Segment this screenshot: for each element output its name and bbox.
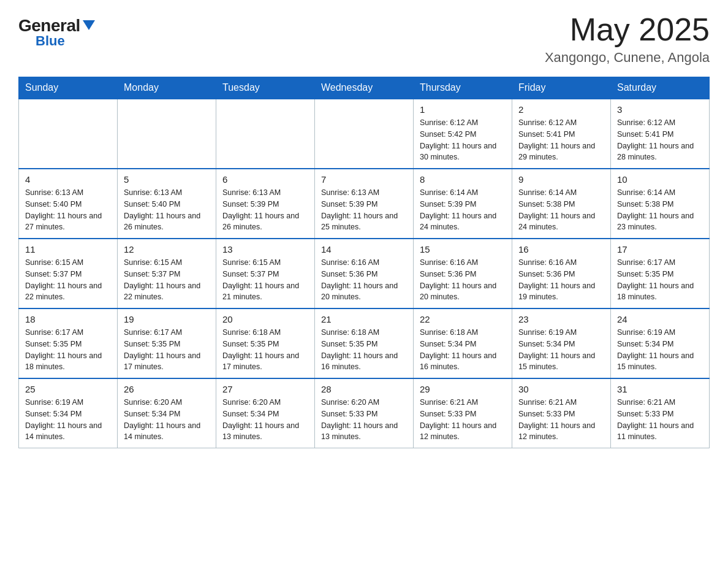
day-info-text: Sunrise: 6:16 AMSunset: 5:36 PMDaylight:… — [518, 257, 604, 303]
calendar-cell: 18Sunrise: 6:17 AMSunset: 5:35 PMDayligh… — [19, 308, 118, 378]
day-info-text: Sunrise: 6:17 AMSunset: 5:35 PMDaylight:… — [617, 257, 703, 303]
day-info-text: Sunrise: 6:12 AMSunset: 5:41 PMDaylight:… — [518, 117, 604, 163]
day-of-week-header: Saturday — [611, 77, 710, 99]
day-number: 25 — [25, 384, 111, 394]
calendar-cell: 4Sunrise: 6:13 AMSunset: 5:40 PMDaylight… — [19, 169, 118, 239]
calendar-cell: 19Sunrise: 6:17 AMSunset: 5:35 PMDayligh… — [118, 308, 216, 378]
calendar-cell: 24Sunrise: 6:19 AMSunset: 5:34 PMDayligh… — [611, 308, 710, 378]
day-info-text: Sunrise: 6:18 AMSunset: 5:35 PMDaylight:… — [321, 327, 407, 373]
day-number: 8 — [420, 174, 506, 185]
day-info-text: Sunrise: 6:20 AMSunset: 5:33 PMDaylight:… — [321, 397, 407, 443]
day-number: 22 — [420, 314, 506, 324]
day-info-text: Sunrise: 6:14 AMSunset: 5:38 PMDaylight:… — [617, 187, 703, 233]
day-number: 31 — [617, 384, 703, 394]
calendar-cell: 1Sunrise: 6:12 AMSunset: 5:42 PMDaylight… — [414, 99, 512, 169]
day-number: 17 — [617, 244, 703, 255]
day-info-text: Sunrise: 6:17 AMSunset: 5:35 PMDaylight:… — [124, 327, 210, 373]
day-info-text: Sunrise: 6:20 AMSunset: 5:34 PMDaylight:… — [124, 397, 210, 443]
calendar-cell — [315, 99, 414, 169]
day-info-text: Sunrise: 6:14 AMSunset: 5:38 PMDaylight:… — [518, 187, 604, 233]
day-of-week-header: Monday — [118, 77, 216, 99]
day-info-text: Sunrise: 6:15 AMSunset: 5:37 PMDaylight:… — [222, 257, 308, 303]
calendar-cell: 16Sunrise: 6:16 AMSunset: 5:36 PMDayligh… — [512, 239, 611, 308]
day-number: 18 — [25, 314, 111, 324]
day-number: 26 — [124, 384, 210, 394]
day-of-week-header: Friday — [512, 77, 611, 99]
logo-blue-text: Blue — [36, 34, 65, 48]
calendar-week-row: 11Sunrise: 6:15 AMSunset: 5:37 PMDayligh… — [19, 239, 710, 308]
day-number: 12 — [124, 244, 210, 255]
day-info-text: Sunrise: 6:18 AMSunset: 5:34 PMDaylight:… — [420, 327, 506, 373]
logo-triangle-icon — [83, 20, 95, 30]
day-number: 9 — [518, 174, 604, 185]
calendar-table: SundayMondayTuesdayWednesdayThursdayFrid… — [18, 77, 710, 448]
calendar-cell: 8Sunrise: 6:14 AMSunset: 5:39 PMDaylight… — [414, 169, 512, 239]
calendar-week-row: 1Sunrise: 6:12 AMSunset: 5:42 PMDaylight… — [19, 99, 710, 169]
location-subtitle: Xangongo, Cunene, Angola — [545, 50, 710, 66]
day-number: 20 — [222, 314, 308, 324]
calendar-cell: 7Sunrise: 6:13 AMSunset: 5:39 PMDaylight… — [315, 169, 414, 239]
day-info-text: Sunrise: 6:16 AMSunset: 5:36 PMDaylight:… — [321, 257, 407, 303]
day-of-week-header: Thursday — [414, 77, 512, 99]
calendar-cell: 11Sunrise: 6:15 AMSunset: 5:37 PMDayligh… — [19, 239, 118, 308]
calendar-cell: 12Sunrise: 6:15 AMSunset: 5:37 PMDayligh… — [118, 239, 216, 308]
calendar-cell: 15Sunrise: 6:16 AMSunset: 5:36 PMDayligh… — [414, 239, 512, 308]
calendar-cell: 5Sunrise: 6:13 AMSunset: 5:40 PMDaylight… — [118, 169, 216, 239]
calendar-cell: 9Sunrise: 6:14 AMSunset: 5:38 PMDaylight… — [512, 169, 611, 239]
day-number: 3 — [617, 104, 703, 115]
calendar-cell: 28Sunrise: 6:20 AMSunset: 5:33 PMDayligh… — [315, 378, 414, 448]
day-number: 16 — [518, 244, 604, 255]
day-info-text: Sunrise: 6:17 AMSunset: 5:35 PMDaylight:… — [25, 327, 111, 373]
calendar-cell: 6Sunrise: 6:13 AMSunset: 5:39 PMDaylight… — [216, 169, 315, 239]
calendar-cell — [216, 99, 315, 169]
day-of-week-header: Tuesday — [216, 77, 315, 99]
calendar-cell — [118, 99, 216, 169]
day-number: 19 — [124, 314, 210, 324]
calendar-cell: 14Sunrise: 6:16 AMSunset: 5:36 PMDayligh… — [315, 239, 414, 308]
day-number: 28 — [321, 384, 407, 394]
day-of-week-header: Wednesday — [315, 77, 414, 99]
day-info-text: Sunrise: 6:12 AMSunset: 5:42 PMDaylight:… — [420, 117, 506, 163]
day-info-text: Sunrise: 6:15 AMSunset: 5:37 PMDaylight:… — [25, 257, 111, 303]
month-year-title: May 2025 — [545, 12, 710, 47]
day-info-text: Sunrise: 6:16 AMSunset: 5:36 PMDaylight:… — [420, 257, 506, 303]
day-number: 13 — [222, 244, 308, 255]
day-info-text: Sunrise: 6:21 AMSunset: 5:33 PMDaylight:… — [617, 397, 703, 443]
day-number: 23 — [518, 314, 604, 324]
logo: General Blue — [18, 17, 95, 48]
day-number: 24 — [617, 314, 703, 324]
day-of-week-header: Sunday — [19, 77, 118, 99]
day-info-text: Sunrise: 6:21 AMSunset: 5:33 PMDaylight:… — [518, 397, 604, 443]
day-number: 29 — [420, 384, 506, 394]
calendar-cell: 2Sunrise: 6:12 AMSunset: 5:41 PMDaylight… — [512, 99, 611, 169]
calendar-cell: 20Sunrise: 6:18 AMSunset: 5:35 PMDayligh… — [216, 308, 315, 378]
calendar-week-row: 4Sunrise: 6:13 AMSunset: 5:40 PMDaylight… — [19, 169, 710, 239]
day-info-text: Sunrise: 6:18 AMSunset: 5:35 PMDaylight:… — [222, 327, 308, 373]
header: General Blue May 2025 Xangongo, Cunene, … — [18, 12, 710, 66]
calendar-cell: 10Sunrise: 6:14 AMSunset: 5:38 PMDayligh… — [611, 169, 710, 239]
day-info-text: Sunrise: 6:21 AMSunset: 5:33 PMDaylight:… — [420, 397, 506, 443]
day-number: 6 — [222, 174, 308, 185]
calendar-cell: 3Sunrise: 6:12 AMSunset: 5:41 PMDaylight… — [611, 99, 710, 169]
calendar-cell: 21Sunrise: 6:18 AMSunset: 5:35 PMDayligh… — [315, 308, 414, 378]
day-number: 14 — [321, 244, 407, 255]
day-number: 30 — [518, 384, 604, 394]
day-info-text: Sunrise: 6:12 AMSunset: 5:41 PMDaylight:… — [617, 117, 703, 163]
title-area: May 2025 Xangongo, Cunene, Angola — [545, 12, 710, 66]
calendar-cell: 22Sunrise: 6:18 AMSunset: 5:34 PMDayligh… — [414, 308, 512, 378]
day-info-text: Sunrise: 6:13 AMSunset: 5:40 PMDaylight:… — [25, 187, 111, 233]
day-info-text: Sunrise: 6:14 AMSunset: 5:39 PMDaylight:… — [420, 187, 506, 233]
day-number: 27 — [222, 384, 308, 394]
day-number: 5 — [124, 174, 210, 185]
calendar-cell: 30Sunrise: 6:21 AMSunset: 5:33 PMDayligh… — [512, 378, 611, 448]
calendar-cell: 17Sunrise: 6:17 AMSunset: 5:35 PMDayligh… — [611, 239, 710, 308]
day-info-text: Sunrise: 6:13 AMSunset: 5:39 PMDaylight:… — [222, 187, 308, 233]
day-number: 15 — [420, 244, 506, 255]
calendar-cell: 29Sunrise: 6:21 AMSunset: 5:33 PMDayligh… — [414, 378, 512, 448]
calendar-week-row: 25Sunrise: 6:19 AMSunset: 5:34 PMDayligh… — [19, 378, 710, 448]
calendar-cell: 26Sunrise: 6:20 AMSunset: 5:34 PMDayligh… — [118, 378, 216, 448]
day-number: 7 — [321, 174, 407, 185]
day-number: 1 — [420, 104, 506, 115]
calendar-cell: 23Sunrise: 6:19 AMSunset: 5:34 PMDayligh… — [512, 308, 611, 378]
calendar-header-row: SundayMondayTuesdayWednesdayThursdayFrid… — [19, 77, 710, 99]
